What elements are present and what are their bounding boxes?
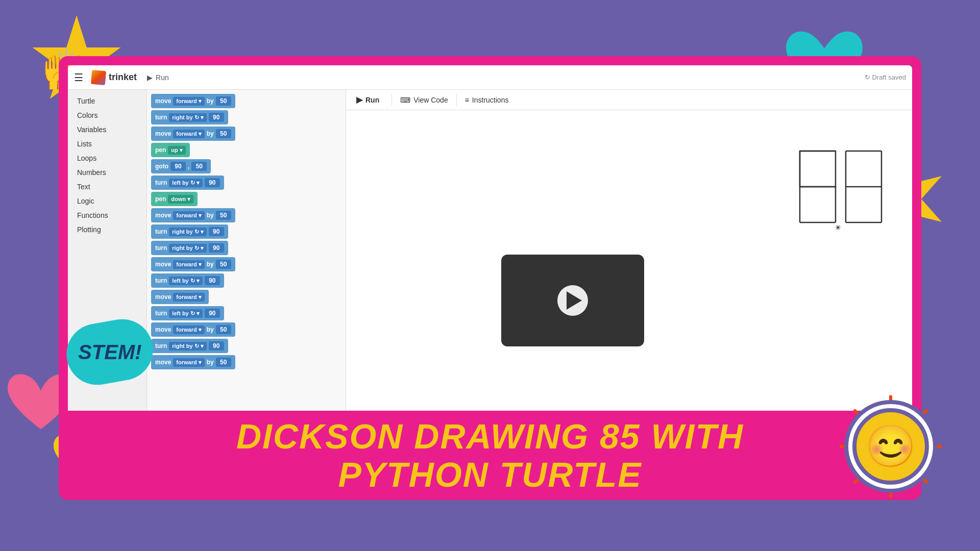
forward-dropdown-2[interactable]: forward ▾ <box>173 130 204 138</box>
move-block-1[interactable]: move forward ▾ by 50 <box>151 94 235 108</box>
sidebar-item-lists[interactable]: Lists <box>68 137 146 151</box>
move-block-4[interactable]: move forward ▾ by 50 <box>151 257 235 271</box>
title-banner: DICKSON DRAWING 85 WITH PYTHON TURTLE <box>68 411 912 500</box>
sidebar-item-functions[interactable]: Functions <box>68 208 146 222</box>
move-block-7[interactable]: move forward ▾ by 50 <box>151 355 235 369</box>
block-row-11: move forward ▾ by 50 <box>151 257 341 271</box>
svg-rect-8 <box>800 151 836 187</box>
turn-block-5[interactable]: turn left by ↻ ▾ 90 <box>151 273 224 288</box>
forward-dropdown-4[interactable]: forward ▾ <box>173 260 204 269</box>
move-block-2[interactable]: move forward ▾ by 50 <box>151 127 235 141</box>
val-50-3[interactable]: 50 <box>216 211 231 220</box>
val-50-5[interactable]: 50 <box>216 325 231 334</box>
right-dropdown-3[interactable]: right by ↻ ▾ <box>169 244 206 253</box>
val-90-4[interactable]: 90 <box>209 243 224 253</box>
svg-line-7 <box>855 411 860 416</box>
run-play-icon: ▶ <box>356 95 362 105</box>
turn-block-7[interactable]: turn right by ↻ ▾ 90 <box>151 339 228 353</box>
block-row-6: turn left by ↻ ▾ 90 <box>151 176 341 190</box>
down-dropdown[interactable]: down ▾ <box>168 195 193 204</box>
val-90-3[interactable]: 90 <box>209 227 224 236</box>
smiley-decoration: 😊 <box>852 408 929 485</box>
val-50-1[interactable]: 50 <box>216 96 231 106</box>
turn-block-4[interactable]: turn right by ↻ ▾ 90 <box>151 241 228 255</box>
val-90-6[interactable]: 90 <box>205 309 220 318</box>
val-90-7[interactable]: 90 <box>209 341 224 350</box>
val-90-1[interactable]: 90 <box>209 113 224 122</box>
sidebar-item-colors[interactable]: Colors <box>68 108 146 122</box>
sidebar-item-logic[interactable]: Logic <box>68 194 146 208</box>
pen-block-1[interactable]: pen up ▾ <box>151 143 190 157</box>
right-dropdown-1[interactable]: right by ↻ ▾ <box>169 113 206 122</box>
sidebar-item-variables[interactable]: Variables <box>68 122 146 137</box>
val-50-2[interactable]: 50 <box>216 129 231 138</box>
instructions-label: Instructions <box>472 96 509 104</box>
left-dropdown-2[interactable]: left by ↻ ▾ <box>169 277 203 285</box>
move-block-5[interactable]: move forward ▾ <box>151 290 209 304</box>
video-play-button[interactable] <box>557 285 588 316</box>
sidebar-item-loops[interactable]: Loops <box>68 151 146 165</box>
val-90-5[interactable]: 90 <box>205 276 220 285</box>
block-row-8: move forward ▾ by 50 <box>151 208 341 222</box>
hamburger-menu-icon[interactable]: ☰ <box>74 71 83 84</box>
forward-dropdown-5[interactable]: forward ▾ <box>173 293 204 302</box>
video-overlay[interactable] <box>501 255 644 346</box>
block-row-2: turn right by ↻ ▾ 90 <box>151 110 341 124</box>
sidebar-item-turtle[interactable]: Turtle <box>68 94 146 108</box>
turn-block-6[interactable]: turn left by ↻ ▾ 90 <box>151 306 224 320</box>
svg-line-5 <box>855 477 860 482</box>
forward-dropdown-6[interactable]: forward ▾ <box>173 325 204 334</box>
goto-block[interactable]: goto 90 , 50 <box>151 159 211 173</box>
divider-1 <box>391 94 392 106</box>
turn-block-3[interactable]: turn right by ↻ ▾ 90 <box>151 224 228 239</box>
block-row-5: goto 90 , 50 <box>151 159 341 173</box>
left-dropdown-1[interactable]: left by ↻ ▾ <box>169 179 203 187</box>
turn-block-2[interactable]: turn left by ↻ ▾ 90 <box>151 176 224 190</box>
sidebar-item-plotting[interactable]: Plotting <box>68 222 146 237</box>
forward-dropdown-1[interactable]: forward ▾ <box>173 97 204 106</box>
title-line1: DICKSON DRAWING 85 WITH <box>236 417 744 456</box>
block-row-17: move forward ▾ by 50 <box>151 355 341 369</box>
divider-2 <box>456 94 457 106</box>
goto-val1[interactable]: 90 <box>170 162 186 171</box>
val-50-4[interactable]: 50 <box>216 260 231 269</box>
draft-saved-indicator: ↻ Draft saved <box>865 73 906 81</box>
trinket-logo: trinket <box>91 70 137 85</box>
up-dropdown[interactable]: up ▾ <box>168 146 186 155</box>
run-button-label: Run <box>365 96 379 104</box>
top-bar: ☰ trinket ▶ Run ↻ Draft saved <box>68 65 912 90</box>
refresh-icon: ↻ <box>865 73 870 81</box>
move-block-3[interactable]: move forward ▾ by 50 <box>151 208 235 222</box>
sidebar-item-text[interactable]: Text <box>68 180 146 194</box>
move-block-6[interactable]: move forward ▾ by 50 <box>151 322 235 337</box>
forward-dropdown-7[interactable]: forward ▾ <box>173 358 204 367</box>
right-dropdown-2[interactable]: right by ↻ ▾ <box>169 228 206 236</box>
view-code-button[interactable]: ⌨ View Code <box>400 96 448 104</box>
trinket-name: trinket <box>109 72 137 83</box>
left-dropdown-3[interactable]: left by ↻ ▾ <box>169 309 203 318</box>
svg-line-1 <box>921 411 926 416</box>
block-row-13: move forward ▾ <box>151 290 341 304</box>
turtle-drawing: ✳ <box>790 141 892 255</box>
play-icon: ▶ <box>147 73 153 82</box>
val-50-6[interactable]: 50 <box>216 358 231 367</box>
sidebar-item-numbers[interactable]: Numbers <box>68 165 146 180</box>
turn-block-1[interactable]: turn right by ↻ ▾ 90 <box>151 110 228 124</box>
block-row-16: turn right by ↻ ▾ 90 <box>151 339 341 353</box>
forward-dropdown-3[interactable]: forward ▾ <box>173 211 204 220</box>
run-button-top[interactable]: ▶ Run <box>147 73 169 82</box>
heart-decoration-bl <box>5 370 77 439</box>
block-row-7: pen down ▾ <box>151 192 341 206</box>
goto-val2[interactable]: 50 <box>191 162 207 171</box>
block-row-10: turn right by ↻ ▾ 90 <box>151 241 341 255</box>
block-row-1: move forward ▾ by 50 <box>151 94 341 108</box>
trinket-diamond-logo <box>91 69 106 85</box>
video-play-icon <box>567 291 582 310</box>
instructions-icon: ≡ <box>465 96 469 104</box>
output-toolbar: ▶ Run ⌨ View Code ≡ Instructions <box>346 90 912 110</box>
instructions-button[interactable]: ≡ Instructions <box>465 96 509 104</box>
pen-block-2[interactable]: pen down ▾ <box>151 192 198 206</box>
right-dropdown-4[interactable]: right by ↻ ▾ <box>169 342 206 350</box>
run-button-main[interactable]: ▶ Run <box>352 93 383 107</box>
val-90-2[interactable]: 90 <box>205 178 220 187</box>
